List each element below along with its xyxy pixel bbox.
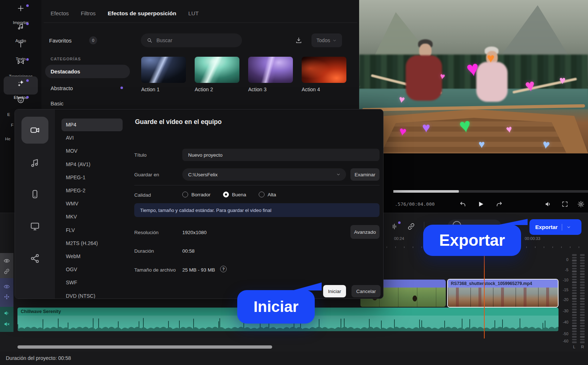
effect-thumbnail-3[interactable] [248,57,293,83]
category-destacados[interactable]: Destacados [45,65,130,78]
export-chevron-icon[interactable] [566,225,571,230]
tab-lut[interactable]: LUT [188,10,199,16]
favorites-label[interactable]: Favoritos [49,37,72,44]
format-option-mp4-av1-[interactable]: MP4 (AV1) [66,161,90,168]
playback-progress-bar[interactable] [393,190,588,193]
download-icon[interactable] [295,36,303,44]
previous-frame-icon[interactable] [459,200,467,208]
format-option-mov[interactable]: MOV [66,147,78,155]
play-icon[interactable] [476,200,485,208]
feature-dot [120,87,123,89]
format-option-ogv[interactable]: OGV [66,266,77,273]
video-clip-selected[interactable]: RS7368_shutterstock_1059965279.mp4 [447,279,559,308]
destination-share-tab[interactable] [29,253,40,264]
format-option-dvd-ntsc-[interactable]: DVD (NTSC) [66,292,95,299]
title-field-value: Nuevo proyecto [188,152,223,158]
meter-segment [572,265,577,267]
sidebar-item-label: He [5,137,11,141]
format-option-wmv[interactable]: WMV [66,200,78,207]
timeline-scrollbar[interactable] [17,345,272,349]
meter-segment [580,260,585,261]
category-abstracto[interactable]: Abstracto [51,85,73,92]
meter-segment [580,330,585,332]
tab-filtros[interactable]: Filtros [81,10,96,16]
format-option-mpeg-1[interactable]: MPEG-1 [66,174,86,181]
effect-thumbnail-4[interactable] [302,57,346,83]
playback-progress-fill [393,190,459,193]
speaker-icon[interactable] [3,310,10,317]
effect-thumbnail-1[interactable] [141,57,186,83]
filter-dropdown[interactable]: Todos [311,33,342,47]
speaker-muted-icon[interactable] [3,321,10,328]
dialog-destination-rail [15,109,55,298]
meter-segment [572,309,577,310]
heart-overlay-icon: ♥ [559,75,566,86]
format-option-mpeg-2[interactable]: MPEG-2 [66,187,86,194]
cancel-button[interactable]: Cancelar [351,285,381,297]
music-note-icon [29,157,40,168]
meter-segment [572,254,577,256]
tab-efectos[interactable]: Efectos [51,10,69,16]
category-label: Destacados [51,69,80,75]
quality-option-borrador[interactable]: Borrador [182,192,211,197]
sidebar-item-label: F [11,123,13,127]
meter-segment [580,301,585,302]
category-basic[interactable]: Basic [51,100,63,107]
radio-selected-icon [223,192,229,197]
format-option-swf[interactable]: SWF [66,279,77,286]
fullscreen-icon[interactable] [561,200,569,208]
video-preview[interactable]: ♥♥♥♥♥♥♥♥♥♥♥♥ [359,0,588,153]
format-option-webm[interactable]: WebM [66,253,80,260]
status-bar: Duración del proyecto: 00:58 [0,352,588,365]
quality-option-alta[interactable]: Alta [259,192,276,197]
destination-device-tab[interactable] [29,189,40,200]
browse-button[interactable]: Examinar [350,168,380,181]
meter-segment [572,312,577,313]
favorites-count-badge: 0 [89,36,97,44]
format-option-mkv[interactable]: MKV [66,213,77,220]
tab-efectos-de-superposici-n[interactable]: Efectos de superposición [108,10,176,17]
start-button[interactable]: Iniciar [323,285,346,297]
meter-scale-label: -30 [557,309,568,313]
overlay-effects-icon[interactable] [3,293,10,300]
clip-header: RS7368_shutterstock_1059965279.mp4 [448,280,558,288]
meter-segment [572,290,577,292]
save-path-select[interactable]: C:\UsersFelix [182,168,346,181]
format-option-mp4[interactable]: MP4 [66,121,76,128]
advanced-button[interactable]: Avanzado [350,225,380,239]
destination-computer-tab[interactable] [21,117,48,144]
eye-icon[interactable] [3,283,10,290]
playhead[interactable] [484,243,485,338]
eye-icon[interactable] [3,257,10,264]
meter-segment [572,333,577,335]
destination-tv-tab[interactable] [29,221,40,232]
link-icon[interactable] [3,268,10,275]
heart-overlay-icon: ♥ [478,139,485,150]
link-clips-icon[interactable] [407,222,416,231]
ruler-tick [421,246,422,248]
search-input[interactable]: Buscar [141,33,242,47]
export-button[interactable]: Exportar [529,219,581,235]
effect-thumbnail-2[interactable] [195,57,239,83]
destination-audio-tab[interactable] [29,157,40,168]
help-icon[interactable]: ? [220,266,227,272]
meter-segment [572,330,577,332]
meter-segment [580,309,585,310]
format-option-flv[interactable]: FLV [66,226,75,234]
categories-heading: CATEGORÍAS [51,57,81,61]
meter-segment [580,339,585,341]
track-header-video [0,253,13,278]
format-option-avi[interactable]: AVI [66,134,74,141]
quality-option-buena[interactable]: Buena [223,192,246,197]
settings-gear-icon[interactable] [577,200,585,208]
meter-segment [580,292,585,294]
meter-segment [580,268,585,270]
audio-levels-icon[interactable] [391,222,399,230]
meter-segment [580,322,585,324]
monitor-icon [29,221,40,232]
format-option-m2ts-h-264-[interactable]: M2TS (H.264) [66,240,98,247]
volume-icon[interactable] [544,200,552,208]
quality-options: BorradorBuenaAlta [182,192,276,197]
next-frame-icon[interactable] [495,200,503,208]
title-field[interactable]: Nuevo proyecto [182,149,380,161]
